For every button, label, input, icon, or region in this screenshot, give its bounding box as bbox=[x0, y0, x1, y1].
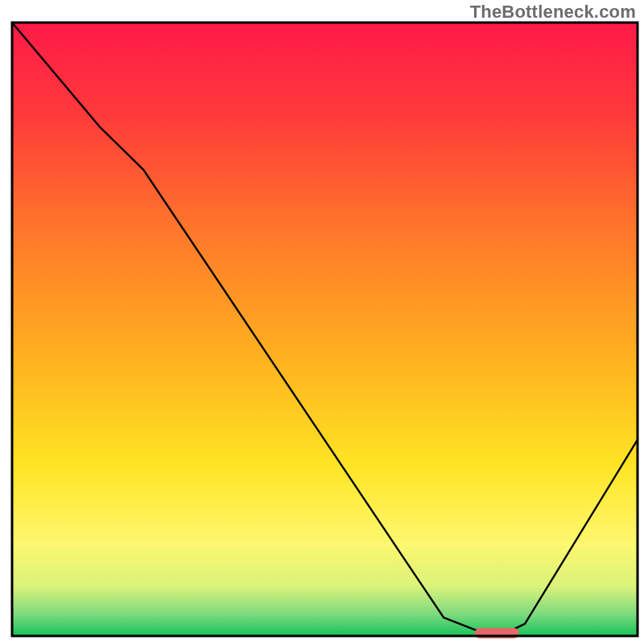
bottleneck-chart bbox=[0, 0, 644, 644]
chart-container: TheBottleneck.com bbox=[0, 0, 644, 644]
gradient-background bbox=[12, 23, 638, 636]
watermark-text: TheBottleneck.com bbox=[470, 2, 636, 23]
